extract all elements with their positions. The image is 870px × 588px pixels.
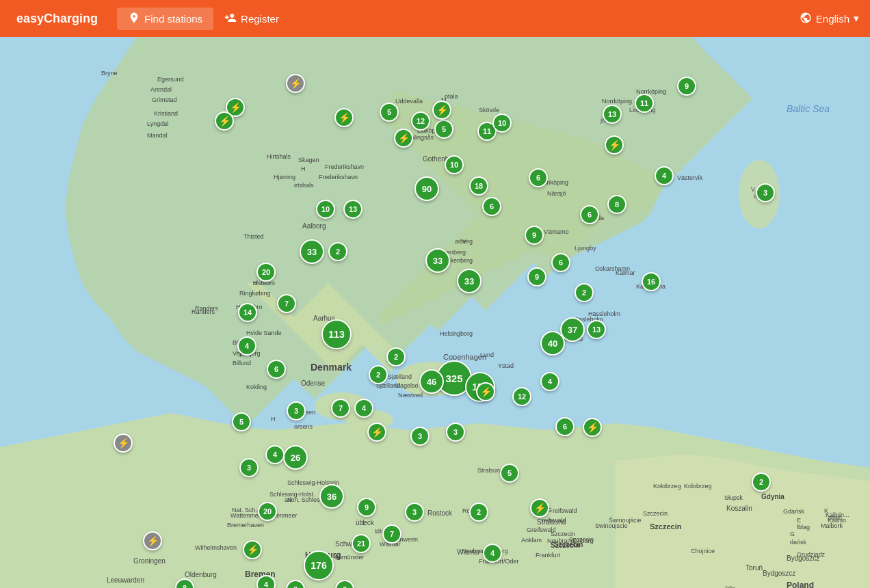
cluster-marker[interactable]: 5: [500, 464, 519, 483]
cluster-marker[interactable]: 16: [642, 272, 661, 291]
single-station-marker[interactable]: ⚡: [215, 111, 234, 131]
svg-text:Grimstad: Grimstad: [152, 96, 177, 103]
cluster-marker[interactable]: 4: [354, 399, 373, 418]
register-nav[interactable]: Register: [213, 8, 290, 30]
cluster-marker[interactable]: 2: [752, 472, 771, 492]
svg-text:Arendal: Arendal: [150, 86, 172, 93]
cluster-marker[interactable]: 7: [331, 399, 350, 418]
cluster-marker[interactable]: 46: [419, 369, 444, 394]
cluster-marker[interactable]: 33: [425, 248, 450, 273]
cluster-marker[interactable]: 20: [258, 502, 277, 521]
cluster-marker[interactable]: 33: [457, 269, 482, 293]
cluster-marker[interactable]: 5: [232, 412, 251, 431]
svg-text:Egersund: Egersund: [157, 76, 184, 83]
svg-text:Szczecin: Szczecin: [643, 510, 668, 517]
svg-text:Szczecin: Szczecin: [650, 522, 682, 531]
cluster-marker[interactable]: 40: [540, 331, 565, 356]
cluster-marker[interactable]: 4: [655, 166, 674, 185]
single-station-marker[interactable]: ⚡: [476, 382, 495, 401]
cluster-marker[interactable]: 3: [287, 401, 306, 420]
chevron-down-icon: ▾: [854, 12, 859, 25]
cluster-marker[interactable]: 4: [237, 336, 256, 356]
cluster-marker[interactable]: 2: [575, 283, 594, 302]
svg-text:Hvide Sande: Hvide Sande: [246, 330, 282, 336]
svg-text:Rostock: Rostock: [427, 509, 453, 517]
cluster-marker[interactable]: 3: [239, 458, 259, 477]
svg-text:Hjørring: Hjørring: [274, 174, 295, 181]
cluster-marker[interactable]: 6: [529, 168, 548, 187]
find-stations-nav[interactable]: Find stations: [117, 8, 213, 30]
cluster-marker[interactable]: 2: [469, 503, 488, 522]
cluster-marker[interactable]: 12: [411, 111, 430, 131]
cluster-marker[interactable]: 8: [607, 195, 627, 214]
cluster-marker[interactable]: 6: [267, 360, 286, 379]
cluster-marker[interactable]: 176: [304, 550, 334, 580]
cluster-marker[interactable]: 113: [321, 319, 352, 349]
single-station-marker[interactable]: ⚡: [432, 101, 451, 120]
svg-text:Alingsås: Alingsås: [410, 134, 434, 141]
cluster-marker[interactable]: 20: [256, 263, 276, 282]
cluster-marker[interactable]: 7: [277, 294, 296, 313]
single-station-marker[interactable]: ⚡: [583, 418, 602, 437]
svg-text:Gdańsk: Gdańsk: [783, 508, 805, 515]
cluster-marker[interactable]: 13: [587, 320, 606, 339]
cluster-marker[interactable]: 9: [357, 498, 376, 517]
single-station-marker[interactable]: ⚡: [114, 433, 133, 453]
cluster-marker[interactable]: 4: [540, 372, 559, 391]
cluster-marker[interactable]: 90: [414, 176, 439, 201]
cluster-marker[interactable]: 2: [386, 347, 406, 366]
single-station-marker[interactable]: ⚡: [286, 74, 305, 93]
svg-text:Kristiand: Kristiand: [154, 110, 178, 117]
cluster-marker[interactable]: 2: [328, 242, 347, 261]
cluster-marker[interactable]: 26: [283, 445, 308, 470]
find-stations-label: Find stations: [144, 13, 202, 25]
cluster-marker[interactable]: 12: [512, 387, 531, 406]
single-station-marker[interactable]: ⚡: [243, 540, 262, 559]
single-station-marker[interactable]: ⚡: [334, 108, 354, 127]
svg-text:Kołobrzeg: Kołobrzeg: [653, 483, 681, 490]
single-station-marker[interactable]: ⚡: [394, 129, 413, 148]
map[interactable]: Baltic Sea Gothenburg Denmark Copenhagen…: [0, 37, 870, 588]
svg-text:Bydgoszcz: Bydgoszcz: [763, 570, 795, 577]
find-stations-icon: [128, 12, 140, 26]
svg-text:Skövde: Skövde: [479, 107, 499, 113]
cluster-marker[interactable]: 6: [555, 417, 575, 436]
cluster-marker[interactable]: 4: [265, 445, 285, 464]
language-selector[interactable]: English ▾: [800, 12, 859, 26]
cluster-marker[interactable]: 36: [319, 484, 344, 509]
cluster-marker[interactable]: 10: [445, 155, 464, 174]
cluster-marker[interactable]: 18: [469, 176, 488, 196]
single-station-marker[interactable]: ⚡: [530, 498, 549, 518]
single-station-marker[interactable]: ⚡: [367, 423, 386, 442]
cluster-marker[interactable]: 13: [343, 200, 362, 219]
cluster-marker[interactable]: 5: [380, 103, 399, 122]
language-label: English: [816, 13, 849, 25]
single-station-marker[interactable]: ⚡: [605, 135, 624, 155]
cluster-marker[interactable]: 5: [434, 120, 453, 139]
cluster-marker[interactable]: 11: [635, 94, 654, 113]
cluster-marker[interactable]: 13: [603, 105, 622, 124]
single-station-marker[interactable]: ⚡: [143, 531, 162, 550]
cluster-marker[interactable]: 3: [446, 423, 465, 442]
cluster-marker[interactable]: 21: [352, 534, 371, 553]
cluster-marker[interactable]: 3: [756, 183, 775, 202]
cluster-marker[interactable]: 9: [525, 226, 544, 245]
cluster-marker[interactable]: 2: [369, 365, 388, 384]
cluster-marker[interactable]: 33: [300, 239, 324, 264]
cluster-marker[interactable]: 6: [551, 253, 570, 272]
cluster-marker[interactable]: 4: [483, 544, 502, 563]
svg-text:Baltic Sea: Baltic Sea: [787, 103, 830, 114]
cluster-marker[interactable]: 14: [238, 303, 257, 322]
svg-text:Billund: Billund: [233, 360, 251, 366]
cluster-marker[interactable]: 9: [527, 267, 546, 286]
cluster-marker[interactable]: 10: [316, 200, 335, 219]
cluster-marker[interactable]: 6: [482, 197, 501, 216]
cluster-marker[interactable]: 6: [580, 205, 599, 224]
logo[interactable]: easyCharging: [11, 9, 103, 29]
cluster-marker[interactable]: 7: [382, 524, 401, 544]
cluster-marker[interactable]: 10: [492, 113, 512, 133]
cluster-marker[interactable]: 3: [410, 427, 430, 446]
cluster-marker[interactable]: 9: [677, 77, 696, 96]
globe-icon: [800, 12, 812, 26]
cluster-marker[interactable]: 3: [405, 503, 424, 522]
